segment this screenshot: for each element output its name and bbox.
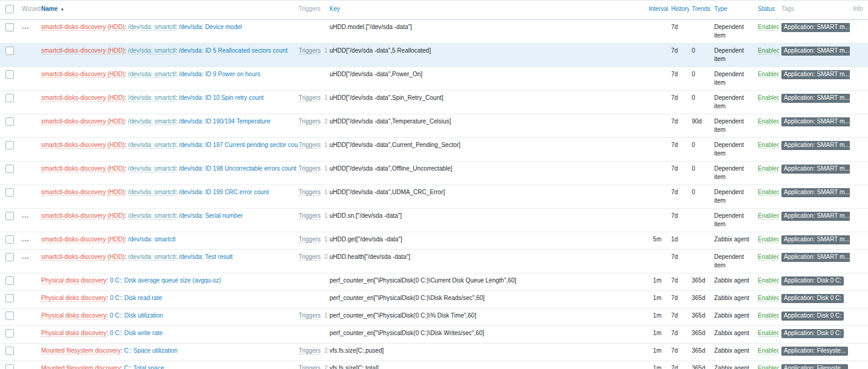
item-name-link[interactable]: C:: Space utilization: [124, 347, 177, 354]
discovery-rule-link[interactable]: Physical disks discovery: [41, 277, 107, 284]
wizard-menu-icon[interactable]: •••: [22, 254, 29, 263]
row-checkbox[interactable]: [5, 329, 14, 338]
status-enabled-link[interactable]: Enabled: [758, 295, 779, 302]
status-enabled-link[interactable]: Enabled: [758, 236, 779, 243]
status-enabled-link[interactable]: Enabled: [758, 71, 779, 78]
triggers-link[interactable]: Triggers: [299, 189, 320, 196]
status-enabled-link[interactable]: Enabled: [758, 189, 779, 196]
row-checkbox[interactable]: [5, 253, 14, 261]
row-checkbox[interactable]: [5, 364, 14, 369]
triggers-link[interactable]: Triggers: [299, 253, 320, 261]
row-checkbox[interactable]: [5, 276, 14, 285]
discovery-rule-link[interactable]: smartctl-disks-discovery (HDD): [41, 189, 125, 196]
master-item-link[interactable]: /dev/sda: smartctl: [128, 165, 175, 172]
item-name-link[interactable]: /dev/sda: ID 10 Spin retry count: [179, 94, 263, 101]
item-name-link[interactable]: /dev/sda: ID 197 Current pending sector …: [179, 142, 298, 148]
discovery-rule-link[interactable]: smartctl-disks-discovery (HDD): [41, 142, 125, 149]
sort-by-interval-link[interactable]: Interval: [649, 5, 668, 12]
row-checkbox[interactable]: [5, 141, 14, 149]
discovery-rule-link[interactable]: smartctl-disks-discovery (HDD): [41, 94, 125, 102]
select-all-checkbox[interactable]: [5, 5, 14, 13]
row-checkbox[interactable]: [5, 94, 14, 102]
triggers-link[interactable]: Triggers: [299, 165, 320, 172]
discovery-rule-link[interactable]: Mounted filesystem discovery: [41, 347, 121, 354]
triggers-link[interactable]: Triggers: [299, 118, 320, 125]
row-checkbox[interactable]: [5, 117, 14, 126]
row-checkbox[interactable]: [5, 294, 14, 302]
item-name-link[interactable]: /dev/sda: Test result: [179, 253, 233, 260]
row-checkbox[interactable]: [5, 165, 14, 173]
master-item-link[interactable]: /dev/sda: smartctl: [128, 189, 175, 196]
discovery-rule-link[interactable]: smartctl-disks-discovery (HDD): [41, 118, 125, 125]
item-name-link[interactable]: /dev/sda: ID 198 Uncorrectable errors co…: [179, 165, 296, 172]
triggers-link[interactable]: Triggers: [299, 47, 320, 54]
status-enabled-link[interactable]: Enabled: [758, 142, 779, 149]
triggers-link[interactable]: Triggers: [299, 236, 320, 243]
status-enabled-link[interactable]: Enabled: [758, 347, 779, 354]
discovery-rule-link[interactable]: smartctl-disks-discovery (HDD): [41, 212, 125, 220]
row-checkbox[interactable]: [5, 312, 14, 320]
sort-by-type-link[interactable]: Type: [714, 5, 727, 12]
item-name-link[interactable]: /dev/sda: ID 199 CRC error count: [179, 189, 268, 195]
master-item-link[interactable]: /dev/sda: smartctl: [128, 142, 175, 149]
item-name-link[interactable]: 0 C:: Disk read rate: [110, 295, 162, 301]
sort-by-name-link[interactable]: Name: [41, 5, 58, 12]
sort-by-history-link[interactable]: History: [671, 5, 689, 12]
discovery-rule-link[interactable]: smartctl-disks-discovery (HDD): [41, 236, 125, 243]
row-checkbox[interactable]: [5, 47, 14, 55]
master-item-link[interactable]: /dev/sda: smartctl: [128, 94, 175, 102]
triggers-link[interactable]: Triggers: [299, 365, 320, 369]
discovery-rule-link[interactable]: Physical disks discovery: [41, 330, 107, 337]
sort-by-key-link[interactable]: Key: [330, 5, 340, 12]
master-item-link[interactable]: /dev/sda: smartctl: [128, 24, 175, 31]
sort-by-trends-link[interactable]: Trends: [692, 5, 711, 12]
status-enabled-link[interactable]: Enabled: [758, 47, 779, 54]
discovery-rule-link[interactable]: smartctl-disks-discovery (HDD): [41, 253, 125, 261]
item-name-link[interactable]: /dev/sda: Device model: [179, 24, 242, 30]
triggers-link[interactable]: Triggers: [299, 142, 320, 149]
item-name-link[interactable]: 0 C:: Disk utilization: [110, 312, 163, 319]
item-name-link[interactable]: 0 C:: Disk average queue size (avgqu-sz): [110, 277, 220, 284]
master-item-link[interactable]: /dev/sda: smartctl: [128, 253, 175, 261]
triggers-link[interactable]: Triggers: [299, 347, 320, 354]
status-enabled-link[interactable]: Enabled: [758, 330, 779, 337]
status-enabled-link[interactable]: Enabled: [758, 365, 779, 369]
status-enabled-link[interactable]: Enabled: [758, 165, 779, 172]
discovery-rule-link[interactable]: Physical disks discovery: [41, 295, 107, 302]
item-name-link[interactable]: /dev/sda: ID 5 Reallocated sectors count: [179, 47, 288, 54]
discovery-rule-link[interactable]: Physical disks discovery: [41, 312, 107, 319]
wizard-menu-icon[interactable]: •••: [22, 213, 29, 221]
status-enabled-link[interactable]: Enabled: [758, 94, 779, 102]
item-name-link[interactable]: /dev/sda: ID 9 Power on hours: [179, 71, 260, 77]
triggers-link[interactable]: Triggers: [299, 94, 320, 102]
status-enabled-link[interactable]: Enabled: [758, 312, 779, 319]
wizard-menu-icon[interactable]: •••: [22, 237, 29, 245]
discovery-rule-link[interactable]: smartctl-disks-discovery (HDD): [41, 165, 125, 172]
status-enabled-link[interactable]: Enabled: [758, 24, 779, 31]
status-enabled-link[interactable]: Enabled: [758, 212, 779, 220]
item-name-link[interactable]: /dev/sda: Serial number: [179, 212, 243, 219]
status-enabled-link[interactable]: Enabled: [758, 277, 779, 284]
item-name-link[interactable]: /dev/sda: smartctl: [128, 236, 175, 243]
sort-by-status-link[interactable]: Status: [758, 5, 775, 12]
triggers-link[interactable]: Triggers: [299, 212, 320, 220]
discovery-rule-link[interactable]: smartctl-disks-discovery (HDD): [41, 24, 125, 31]
item-name-link[interactable]: C:: Total space: [124, 365, 164, 369]
master-item-link[interactable]: /dev/sda: smartctl: [128, 118, 175, 125]
discovery-rule-link[interactable]: smartctl-disks-discovery (HDD): [41, 47, 125, 54]
row-checkbox[interactable]: [5, 235, 14, 244]
row-checkbox[interactable]: [5, 188, 14, 197]
master-item-link[interactable]: /dev/sda: smartctl: [128, 212, 175, 220]
status-enabled-link[interactable]: Enabled: [758, 118, 779, 125]
row-checkbox[interactable]: [5, 212, 14, 220]
item-name-link[interactable]: 0 C:: Disk write rate: [110, 330, 162, 336]
row-checkbox[interactable]: [5, 70, 14, 79]
discovery-rule-link[interactable]: Mounted filesystem discovery: [41, 365, 121, 369]
master-item-link[interactable]: /dev/sda: smartctl: [128, 47, 175, 54]
row-checkbox[interactable]: [5, 23, 14, 31]
status-enabled-link[interactable]: Enabled: [758, 253, 779, 261]
item-name-link[interactable]: /dev/sda: ID 190/194 Temperature: [179, 118, 270, 125]
master-item-link[interactable]: /dev/sda: smartctl: [128, 71, 175, 78]
triggers-link[interactable]: Triggers: [299, 312, 320, 319]
wizard-menu-icon[interactable]: •••: [22, 24, 29, 33]
